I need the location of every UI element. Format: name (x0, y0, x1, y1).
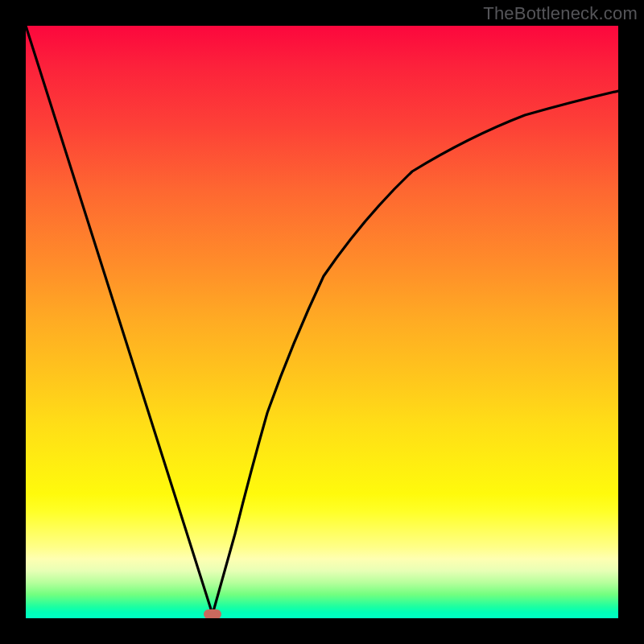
plot-area (26, 26, 618, 618)
curve-path (26, 26, 618, 614)
watermark-text: TheBottleneck.com (483, 3, 638, 24)
bottleneck-curve (26, 26, 618, 618)
min-marker (204, 609, 221, 618)
chart-frame: TheBottleneck.com (0, 0, 644, 644)
